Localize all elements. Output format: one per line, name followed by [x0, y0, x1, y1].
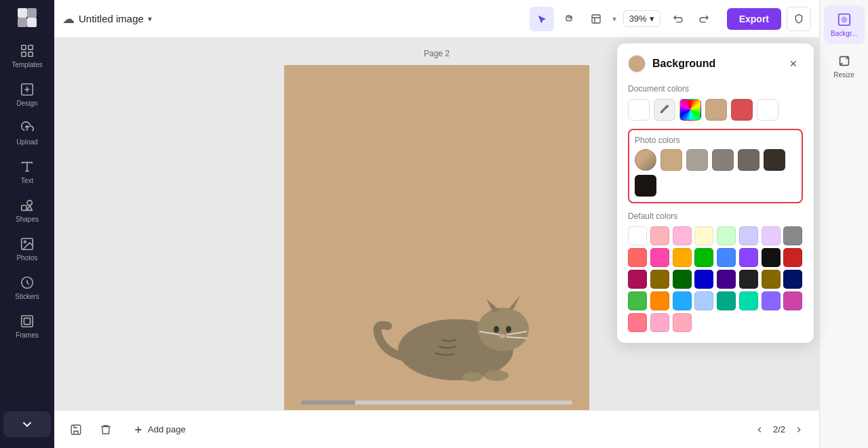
- doc-color-white[interactable]: [628, 99, 650, 121]
- default-dark-red[interactable]: [783, 248, 802, 267]
- default-black[interactable]: [762, 248, 781, 267]
- background-panel-button[interactable]: Backgr...: [824, 5, 865, 44]
- photo-color-1[interactable]: [660, 149, 682, 171]
- layout-chevron[interactable]: ▾: [612, 14, 616, 24]
- undo-icon: [673, 14, 684, 24]
- default-colors-grid: [628, 226, 803, 332]
- default-light-red[interactable]: [628, 248, 647, 267]
- default-fuschia[interactable]: [783, 291, 802, 310]
- photo-color-4[interactable]: [738, 149, 760, 171]
- delete-page-button[interactable]: [95, 419, 117, 441]
- default-gold[interactable]: [762, 270, 781, 289]
- default-navy[interactable]: [783, 270, 802, 289]
- default-periwinkle[interactable]: [694, 291, 713, 310]
- redo-button[interactable]: [692, 7, 716, 31]
- sidebar-item-text[interactable]: Text: [3, 154, 51, 190]
- eyedropper-icon: [659, 104, 670, 115]
- canvas-page[interactable]: [284, 65, 589, 410]
- sidebar-item-design[interactable]: Design: [3, 77, 51, 113]
- horizontal-scrollbar[interactable]: [301, 401, 572, 405]
- doc-color-red[interactable]: [731, 99, 753, 121]
- default-blush[interactable]: [650, 313, 669, 332]
- prev-page-button[interactable]: [750, 420, 769, 439]
- zoom-control[interactable]: 39% ▾: [623, 10, 660, 27]
- bottombar: Add page 2/2: [54, 410, 819, 448]
- app-logo[interactable]: [15, 5, 39, 30]
- undo-button[interactable]: [666, 7, 690, 31]
- photo-color-2[interactable]: [686, 149, 708, 171]
- resize-button-label: Resize: [833, 71, 854, 79]
- photo-thumbnail-swatch[interactable]: [635, 149, 656, 171]
- close-panel-button[interactable]: ✕: [784, 54, 803, 73]
- default-amber[interactable]: [650, 291, 669, 310]
- default-teal[interactable]: [717, 291, 736, 310]
- shield-button[interactable]: [787, 7, 811, 31]
- default-sky[interactable]: [673, 291, 692, 310]
- sidebar-item-photos[interactable]: Photos: [3, 231, 51, 267]
- photo-color-5[interactable]: [764, 149, 785, 171]
- default-purple[interactable]: [739, 248, 758, 267]
- default-light-pink[interactable]: [650, 226, 669, 245]
- default-dark-blue[interactable]: [694, 270, 713, 289]
- design-icon: [20, 82, 35, 97]
- hand-tool-button[interactable]: [557, 7, 581, 31]
- resize-panel-button[interactable]: Resize: [824, 47, 865, 85]
- page-counter: 2/2: [773, 424, 785, 434]
- default-dark-purple[interactable]: [717, 270, 736, 289]
- doc-color-rainbow[interactable]: [679, 99, 701, 121]
- doc-color-white2[interactable]: [757, 99, 778, 121]
- select-tool-button[interactable]: [530, 7, 554, 31]
- default-brown[interactable]: [650, 270, 669, 289]
- layout-tool-button[interactable]: [584, 7, 608, 31]
- title-chevron-icon[interactable]: ▾: [148, 14, 152, 24]
- sidebar-item-shapes[interactable]: Shapes: [3, 192, 51, 228]
- photo-color-3[interactable]: [712, 149, 734, 171]
- default-blue[interactable]: [717, 248, 736, 267]
- default-hot-pink[interactable]: [650, 248, 669, 267]
- photos-icon: [20, 237, 35, 251]
- default-pink[interactable]: [673, 226, 692, 245]
- svg-point-22: [506, 326, 511, 333]
- shield-icon: [793, 14, 804, 24]
- sidebar-item-frames[interactable]: Frames: [3, 308, 51, 344]
- document-title[interactable]: Untitled image: [79, 13, 144, 24]
- sidebar-item-upload[interactable]: Upload: [3, 115, 51, 151]
- page-label: Page 2: [424, 49, 450, 58]
- add-page-button[interactable]: Add page: [125, 420, 194, 439]
- text-icon: [20, 159, 35, 174]
- default-green[interactable]: [694, 248, 713, 267]
- default-maroon[interactable]: [628, 270, 647, 289]
- default-indigo[interactable]: [762, 291, 781, 310]
- default-light-green[interactable]: [717, 226, 736, 245]
- svg-point-31: [842, 17, 846, 22]
- default-aqua[interactable]: [739, 291, 758, 310]
- tool-buttons: ▾ 39% ▾: [530, 7, 716, 31]
- sidebar-item-photos-label: Photos: [16, 254, 37, 262]
- default-dark-green[interactable]: [673, 270, 692, 289]
- default-salmon[interactable]: [673, 313, 692, 332]
- default-light-purple[interactable]: [762, 226, 781, 245]
- default-mint[interactable]: [628, 291, 647, 310]
- current-color-swatch[interactable]: [628, 55, 646, 73]
- sidebar-expand-btn[interactable]: [3, 411, 51, 437]
- default-orange[interactable]: [673, 248, 692, 267]
- save-to-page-button[interactable]: [65, 419, 87, 441]
- svg-point-27: [484, 370, 509, 381]
- svg-rect-2: [18, 18, 27, 27]
- default-gray[interactable]: [783, 226, 802, 245]
- default-white[interactable]: [628, 226, 647, 245]
- sidebar-item-templates[interactable]: Templates: [3, 38, 51, 74]
- left-sidebar: Templates Design Upload Text Shapes Phot…: [0, 0, 54, 448]
- default-light-blue[interactable]: [739, 226, 758, 245]
- default-charcoal[interactable]: [739, 270, 758, 289]
- default-rose[interactable]: [628, 313, 647, 332]
- sidebar-item-stickers[interactable]: Stickers: [3, 270, 51, 306]
- photo-color-6[interactable]: [635, 175, 656, 197]
- export-button[interactable]: Export: [727, 8, 781, 30]
- default-light-yellow[interactable]: [694, 226, 713, 245]
- doc-color-tan[interactable]: [705, 99, 727, 121]
- sidebar-item-design-label: Design: [16, 100, 37, 107]
- add-page-label: Add page: [148, 424, 186, 434]
- next-page-button[interactable]: [789, 420, 808, 439]
- eyedropper-button[interactable]: [654, 99, 675, 121]
